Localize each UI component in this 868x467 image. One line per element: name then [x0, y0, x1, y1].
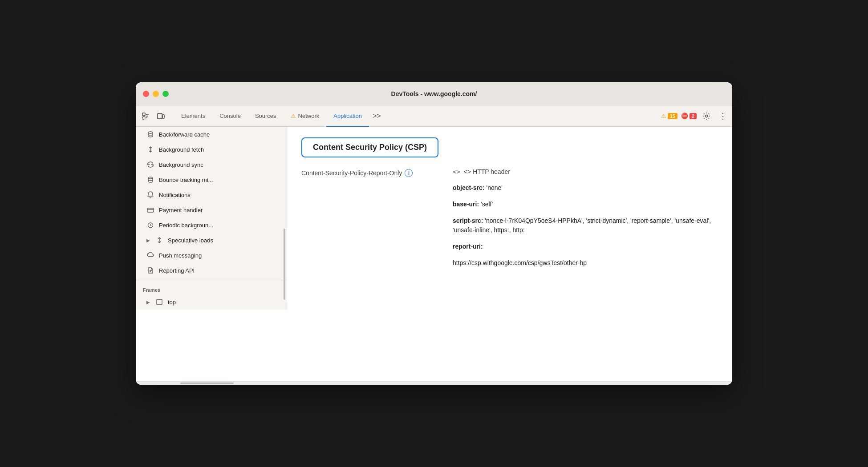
sidebar-item-bounce-tracking[interactable]: Bounce tracking mi...	[136, 172, 287, 187]
content-panel: Content Security Policy (CSP) Content-Se…	[287, 127, 732, 381]
close-button[interactable]	[143, 91, 149, 97]
settings-button[interactable]	[700, 110, 713, 122]
sidebar-label-background-sync: Background sync	[159, 161, 203, 168]
tab-application[interactable]: Application	[326, 105, 369, 127]
svg-rect-7	[147, 208, 154, 212]
clock-icon	[146, 221, 154, 229]
minimize-button[interactable]	[153, 91, 159, 97]
csp-entry-object-src: object-src: 'none'	[453, 183, 718, 193]
sidebar-label-bounce-tracking: Bounce tracking mi...	[159, 177, 213, 183]
sidebar: Back/forward cache Background fetch	[136, 127, 287, 381]
sidebar-label-payment-handler: Payment handler	[159, 207, 203, 213]
error-count: 2	[690, 113, 697, 119]
frames-expand-icon: ▶	[146, 300, 150, 305]
main-content: Back/forward cache Background fetch	[136, 127, 732, 381]
error-icon: ⛔	[681, 113, 688, 119]
sidebar-item-background-sync[interactable]: Background sync	[136, 157, 287, 172]
csp-entry-report-uri-value: https://csp.withgoogle.com/csp/gwsTest/o…	[453, 258, 718, 268]
sidebar-divider	[136, 280, 287, 280]
title-bar: DevTools - www.google.com/	[136, 82, 732, 105]
http-header-line: <> <> HTTP header	[453, 168, 718, 175]
tab-sources[interactable]: Sources	[248, 105, 284, 127]
sidebar-label-back-forward-cache: Back/forward cache	[159, 131, 210, 138]
svg-point-6	[148, 177, 153, 179]
sidebar-item-push-messaging[interactable]: Push messaging	[136, 248, 287, 263]
info-icon[interactable]: i	[405, 169, 413, 177]
csp-entry-base-uri: base-uri: 'self'	[453, 200, 718, 209]
sidebar-label-speculative-loads: Speculative loads	[168, 237, 213, 244]
sidebar-item-speculative-loads[interactable]: ▶ Speculative loads	[136, 233, 287, 248]
window-title: DevTools - www.google.com/	[391, 90, 477, 97]
cloud-icon	[146, 251, 154, 259]
warning-count: 15	[668, 113, 677, 119]
sidebar-label-periodic-background: Periodic backgroun...	[159, 222, 213, 229]
svg-rect-2	[158, 113, 162, 119]
frames-section-header: Frames	[136, 282, 287, 294]
sidebar-item-notifications[interactable]: Notifications	[136, 187, 287, 202]
sidebar-item-payment-handler[interactable]: Payment handler	[136, 202, 287, 217]
inspect-element-icon[interactable]	[139, 110, 152, 122]
speculative-icon	[155, 236, 163, 244]
error-badge[interactable]: ⛔ 2	[681, 113, 697, 119]
toolbar-icons	[139, 105, 167, 126]
svg-rect-0	[142, 113, 145, 116]
csp-title: Content Security Policy (CSP)	[313, 143, 427, 152]
more-options-button[interactable]: ⋮	[716, 110, 729, 122]
devtools-window: DevTools - www.google.com/ Elements	[136, 82, 732, 385]
sidebar-label-notifications: Notifications	[159, 192, 191, 198]
tab-console[interactable]: Console	[212, 105, 248, 127]
sidebar-label-reporting-api: Reporting API	[159, 267, 195, 274]
svg-point-4	[706, 115, 708, 117]
csp-title-box: Content Security Policy (CSP)	[301, 137, 438, 157]
sidebar-item-periodic-background[interactable]: Periodic backgroun...	[136, 217, 287, 233]
csp-row: Content-Security-Policy-Report-Only i <>…	[301, 168, 718, 275]
database2-icon	[146, 176, 154, 184]
network-warning-icon: ⚠	[291, 113, 296, 119]
csp-value-section: <> <> HTTP header object-src: 'none' bas…	[453, 168, 718, 275]
sync-icon	[146, 161, 154, 169]
tab-bar: Elements Console Sources ⚠ Network Appli…	[136, 105, 732, 127]
sidebar-label-background-fetch: Background fetch	[159, 146, 204, 153]
sidebar-item-back-forward-cache[interactable]: Back/forward cache	[136, 127, 287, 142]
toolbar-right: ⚠ 15 ⛔ 2 ⋮	[661, 105, 729, 126]
svg-rect-9	[157, 299, 162, 305]
bottom-scrollbar	[136, 381, 732, 385]
maximize-button[interactable]	[162, 91, 169, 97]
svg-rect-1	[142, 117, 145, 119]
expand-arrow-icon: ▶	[146, 238, 150, 243]
tab-elements[interactable]: Elements	[174, 105, 212, 127]
csp-entry-report-uri: report-uri:	[453, 242, 718, 251]
tab-network[interactable]: ⚠ Network	[284, 105, 327, 127]
sidebar-item-reporting-api[interactable]: Reporting API	[136, 263, 287, 278]
frame-icon	[155, 298, 163, 306]
sidebar-item-background-fetch[interactable]: Background fetch	[136, 142, 287, 157]
more-tabs-button[interactable]: >>	[369, 105, 385, 126]
svg-rect-3	[162, 115, 164, 118]
warning-badge[interactable]: ⚠ 15	[661, 113, 677, 119]
traffic-lights	[143, 91, 169, 97]
bottom-scrollbar-thumb[interactable]	[180, 382, 234, 384]
bell-icon	[146, 191, 154, 199]
csp-policy-name: Content-Security-Policy-Report-Only i	[301, 168, 453, 177]
svg-point-5	[148, 132, 153, 133]
csp-entry-script-src: script-src: 'nonce-l-7rK04QpY5oeS4-HPPkh…	[453, 216, 718, 235]
warning-icon: ⚠	[661, 113, 666, 119]
card-icon	[146, 206, 154, 214]
sidebar-item-frames-top[interactable]: ▶ top	[136, 294, 287, 310]
sidebar-label-frames-top: top	[168, 299, 176, 306]
arrow-updown-icon	[146, 145, 154, 153]
device-toolbar-icon[interactable]	[154, 110, 167, 122]
sidebar-label-push-messaging: Push messaging	[159, 252, 202, 259]
code-arrow-icon: <>	[453, 168, 460, 175]
sidebar-scroll[interactable]: Back/forward cache Background fetch	[136, 127, 287, 310]
database-icon	[146, 130, 154, 138]
file-icon	[146, 266, 154, 274]
